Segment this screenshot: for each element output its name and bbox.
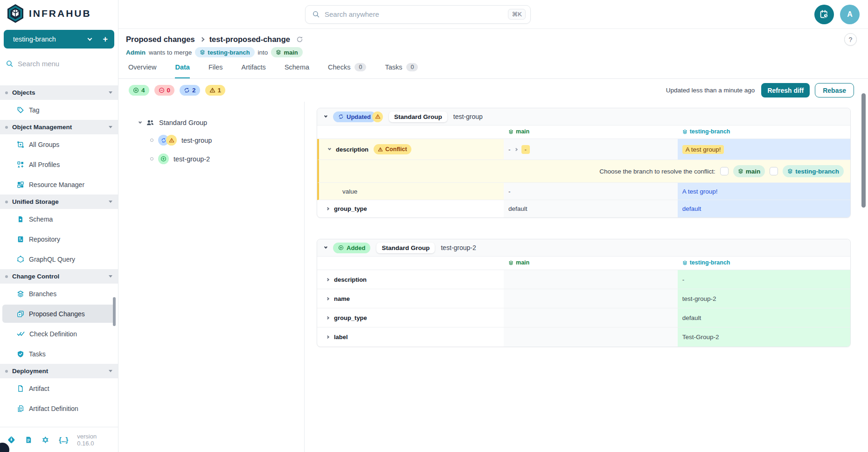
chevron-down-icon[interactable] bbox=[328, 147, 331, 150]
rebase-button[interactable]: Rebase bbox=[815, 83, 854, 97]
tab-artifacts[interactable]: Artifacts bbox=[242, 63, 266, 78]
branch-selector[interactable]: testing-branch + bbox=[4, 30, 114, 49]
add-branch-button[interactable]: + bbox=[103, 35, 108, 44]
branch-value: default bbox=[678, 308, 850, 327]
diff-card-header[interactable]: Added Standard Group test-group-2 bbox=[317, 239, 850, 257]
chevron-right-icon[interactable] bbox=[326, 316, 329, 319]
change-state-chips bbox=[158, 135, 177, 146]
sidebar-item-graphql-query[interactable]: GraphQL Query bbox=[0, 249, 118, 269]
diff-row-description-conflict[interactable]: description Conflict - - bbox=[317, 139, 850, 160]
property-name: name bbox=[334, 295, 350, 302]
chevron-right-icon[interactable] bbox=[326, 278, 329, 281]
git-icon[interactable] bbox=[7, 436, 15, 444]
chevron-right-icon[interactable] bbox=[326, 335, 329, 339]
sidebar-section-change-control[interactable]: Change Control bbox=[0, 269, 118, 284]
sidebar-item-resource-manager[interactable]: Resource Manager bbox=[0, 174, 118, 195]
resolve-branch-checkbox[interactable] bbox=[770, 167, 778, 175]
conflict-chip-icon bbox=[166, 135, 177, 146]
bullet-icon bbox=[5, 126, 8, 129]
topbar: ⌘K A bbox=[118, 0, 868, 29]
resolve-main-checkbox[interactable] bbox=[720, 167, 729, 175]
main-value: - bbox=[504, 183, 678, 200]
tab-checks[interactable]: Checks0 bbox=[328, 63, 366, 78]
files-icon bbox=[17, 405, 24, 412]
menu-search-input[interactable] bbox=[18, 60, 97, 68]
sidebar-item-label: Tag bbox=[29, 106, 40, 114]
help-button[interactable]: ? bbox=[844, 33, 857, 46]
page-scrollbar[interactable] bbox=[861, 93, 866, 208]
chevron-right-icon[interactable] bbox=[326, 297, 329, 300]
sidebar-section-object-management[interactable]: Object Management bbox=[0, 120, 118, 134]
tab-schema[interactable]: Schema bbox=[285, 63, 309, 78]
chevron-right-icon[interactable] bbox=[326, 207, 329, 210]
sidebar-scrollbar[interactable] bbox=[113, 297, 116, 326]
sidebar-item-proposed-changes[interactable]: Proposed Changes bbox=[2, 305, 116, 323]
breadcrumb-parent[interactable]: Proposed changes bbox=[126, 35, 195, 44]
refresh-diff-button[interactable]: Refresh diff bbox=[761, 83, 810, 97]
source-branch-badge[interactable]: testing-branch bbox=[195, 47, 254, 57]
status-label: Updated bbox=[347, 113, 371, 120]
chevron-right-icon bbox=[514, 147, 518, 151]
branch-value: test-group-2 bbox=[678, 289, 850, 308]
updated-count-badge: 2 bbox=[180, 85, 200, 96]
reload-icon[interactable] bbox=[296, 35, 304, 43]
main-area: ⌘K A Proposed changes test-proposed-chan… bbox=[118, 0, 868, 452]
menu-search[interactable] bbox=[0, 53, 118, 73]
tab-tasks[interactable]: Tasks0 bbox=[385, 63, 418, 78]
sidebar-item-check-definition[interactable]: Check Definition bbox=[0, 324, 118, 344]
user-avatar[interactable]: A bbox=[840, 5, 860, 24]
tasks-count-badge: 0 bbox=[406, 63, 418, 71]
sidebar-item-branches[interactable]: Branches bbox=[0, 284, 118, 304]
sidebar-section-deployment[interactable]: Deployment bbox=[0, 364, 118, 378]
last-updated-text: Updated less than a minute ago bbox=[666, 87, 755, 94]
added-chip-icon bbox=[158, 153, 169, 164]
diff-row-group-type[interactable]: group_type default bbox=[317, 308, 850, 327]
status-badge-updated: Updated bbox=[333, 111, 376, 122]
diff-column-header-row: main testing-branch bbox=[317, 257, 850, 270]
sidebar-item-label: Proposed Changes bbox=[29, 310, 85, 318]
sidebar-item-tasks[interactable]: Tasks bbox=[0, 344, 118, 364]
section-label: Deployment bbox=[12, 368, 48, 375]
sidebar-item-artifact-definition[interactable]: Artifact Definition bbox=[0, 398, 118, 418]
diff-table: main testing-branch description bbox=[317, 125, 850, 217]
tree-node-test-group[interactable]: test-group bbox=[150, 135, 299, 146]
app-logo[interactable]: INFRAHUB bbox=[0, 0, 118, 27]
sidebar-item-all-profiles[interactable]: All Profiles bbox=[0, 154, 118, 174]
graphql-icon[interactable] bbox=[42, 436, 49, 444]
resolve-main-badge[interactable]: main bbox=[733, 165, 765, 177]
sidebar-item-all-groups[interactable]: All Groups bbox=[0, 134, 118, 154]
tab-label: Data bbox=[175, 63, 189, 71]
tab-files[interactable]: Files bbox=[208, 63, 223, 78]
diff-row-description[interactable]: description - bbox=[317, 270, 850, 289]
sidebar-item-label: Resource Manager bbox=[29, 181, 84, 188]
diff-row-label[interactable]: label Test-Group-2 bbox=[317, 327, 850, 347]
sidebar-section-objects[interactable]: Objects bbox=[0, 85, 118, 100]
diff-row-name[interactable]: name test-group-2 bbox=[317, 289, 850, 308]
braces-icon[interactable]: {...} bbox=[59, 436, 68, 444]
sidebar-item-schema[interactable]: Schema bbox=[0, 209, 118, 229]
diff-row-description-value: value - A test group! bbox=[317, 183, 850, 200]
resolve-branch-badge[interactable]: testing-branch bbox=[783, 165, 844, 177]
document-icon[interactable] bbox=[25, 436, 33, 444]
tab-overview[interactable]: Overview bbox=[128, 63, 156, 78]
tab-data[interactable]: Data bbox=[175, 63, 189, 78]
sidebar-item-repository[interactable]: Repository bbox=[0, 229, 118, 249]
global-search[interactable]: ⌘K bbox=[305, 5, 531, 24]
conflicts-count: 1 bbox=[218, 87, 222, 94]
sidebar-section-unified-storage[interactable]: Unified Storage bbox=[0, 195, 118, 209]
sidebar-item-label: Artifact bbox=[29, 385, 49, 392]
tree-node-test-group-2[interactable]: test-group-2 bbox=[150, 153, 299, 164]
sidebar-item-artifact[interactable]: Artifact bbox=[0, 378, 118, 398]
bullet-icon bbox=[5, 275, 8, 278]
tree-node-standard-group[interactable]: Standard Group bbox=[139, 118, 299, 127]
diff-card-header[interactable]: Updated Standard Group test-group bbox=[317, 108, 850, 125]
tasks-schedule-button[interactable] bbox=[814, 5, 834, 24]
avatar-initial: A bbox=[847, 10, 853, 19]
sidebar-item-tag[interactable]: Tag bbox=[0, 100, 118, 120]
target-branch-badge[interactable]: main bbox=[271, 47, 302, 57]
proposed-changes-icon bbox=[17, 310, 24, 318]
diff-row-group-type[interactable]: group_type default default bbox=[317, 200, 850, 217]
global-search-input[interactable] bbox=[325, 10, 503, 18]
author-link[interactable]: Admin bbox=[126, 49, 146, 56]
bullet-icon bbox=[5, 201, 8, 203]
